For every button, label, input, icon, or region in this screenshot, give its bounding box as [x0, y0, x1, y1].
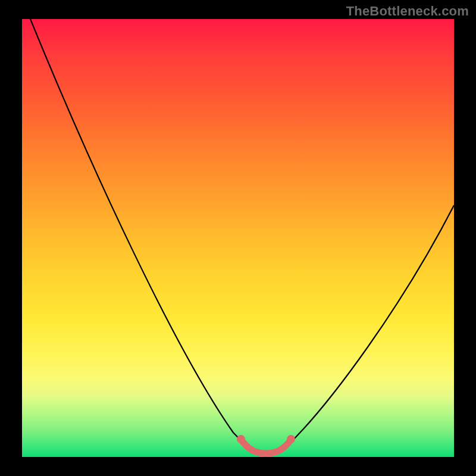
- bottleneck-curve: [22, 19, 454, 457]
- marker-right-dot: [287, 435, 295, 443]
- curve-path: [30, 19, 454, 453]
- chart-canvas: TheBottleneck.com: [0, 0, 476, 476]
- flat-minimum-marker: [241, 440, 291, 453]
- marker-left-dot: [237, 435, 245, 443]
- watermark-text: TheBottleneck.com: [346, 4, 469, 19]
